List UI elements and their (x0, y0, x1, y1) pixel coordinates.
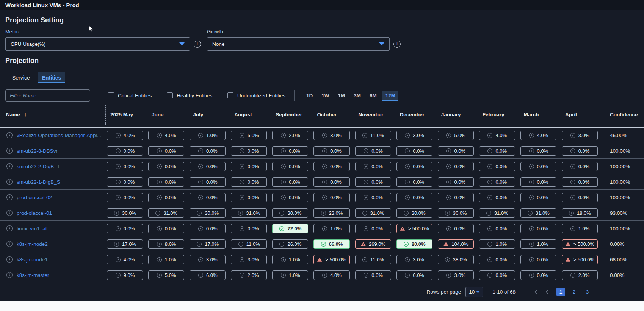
bolt-circle-icon (239, 179, 245, 185)
warning-triangle-icon (400, 226, 405, 231)
bolt-circle-icon (198, 195, 204, 200)
metric-cell: 4.0% (478, 131, 519, 140)
metric-pill: 4.0% (520, 131, 556, 140)
main-panel: Workload Linux VMs - Prod Projection Set… (0, 0, 644, 301)
bolt-circle-icon (115, 179, 121, 185)
metric-pill: 0.0% (148, 193, 184, 202)
metric-cell: 0.0% (312, 193, 353, 202)
metric-cell: 31.0% (478, 208, 519, 218)
entity-name-link[interactable]: sm-ub22-1-DigB_S (17, 179, 60, 185)
metric-pill: 3.0% (313, 131, 349, 140)
metric-value: 30.0% (205, 210, 219, 216)
checkbox-healthy-entities[interactable]: Healthy Entities (167, 92, 212, 98)
column-header-month: February (478, 102, 519, 127)
range-button-12m[interactable]: 12M (382, 91, 398, 101)
metric-pill: 0.0% (562, 193, 598, 202)
bolt-circle-icon (114, 210, 119, 216)
range-button-1m[interactable]: 1M (335, 91, 348, 101)
bolt-circle-icon (529, 226, 534, 231)
metric-cell: 0.0% (105, 146, 147, 156)
metric-select[interactable]: CPU Usage(%) (5, 37, 190, 51)
metric-info-icon[interactable]: i (194, 41, 201, 48)
metric-cell: 1.0% (312, 224, 353, 233)
metric-pill: 0.0% (396, 270, 432, 280)
metric-value: 1.0% (206, 133, 218, 138)
checkbox-critical-entities[interactable]: Critical Entities (108, 92, 152, 98)
entity-name-link[interactable]: k8s-jm-master (17, 272, 49, 278)
metric-pill: 0.0% (107, 177, 143, 187)
entity-name-link[interactable]: vRealize-Operations-Manager-Appl... (17, 133, 101, 138)
metric-value: 0.0% (495, 195, 507, 200)
growth-info-icon[interactable]: i (393, 41, 401, 48)
checkbox-underutilized-entities[interactable]: Underutilized Entities (227, 92, 285, 98)
metric-value: 30.0% (122, 210, 136, 216)
growth-select[interactable]: None (207, 37, 390, 51)
metric-cell: 0.0% (395, 162, 436, 171)
metric-value: 2.0% (578, 272, 590, 278)
metric-value: 0.0% (495, 272, 507, 278)
page-button-3[interactable]: 3 (583, 289, 592, 295)
metric-cell: 17.0% (188, 239, 229, 249)
metric-value: 0.0% (413, 272, 424, 278)
metric-cell: 0.0% (271, 177, 312, 187)
range-button-6m[interactable]: 6M (367, 91, 380, 101)
metric-pill: 0.0% (355, 270, 391, 280)
metric-value: 0.0% (578, 195, 590, 200)
entity-name-link[interactable]: sm-ub22-8-DBSvr (17, 148, 58, 154)
metric-value: > 500.0% (408, 226, 429, 231)
metric-value: 18.0% (577, 210, 591, 216)
metric-pill: 0.0% (355, 193, 391, 202)
rows-per-page-select[interactable]: 10 (465, 287, 483, 297)
metric-pill: 1.0% (148, 255, 184, 264)
bolt-circle-icon (198, 148, 204, 154)
column-header-name[interactable]: Name ↓ (0, 111, 105, 118)
entity-name-link[interactable]: k8s-jm-node2 (17, 241, 48, 247)
sort-descending-icon[interactable]: ↓ (24, 111, 27, 118)
metric-pill: 1.0% (479, 239, 515, 249)
metric-cell: 0.0% (560, 193, 602, 202)
entity-name-link[interactable]: k8s-jm-node1 (17, 257, 48, 263)
divider (294, 90, 295, 101)
metric-cell: 0.0% (312, 162, 353, 171)
metric-pill: 0.0% (313, 162, 349, 171)
previous-page-button[interactable] (544, 289, 550, 295)
tab-entities[interactable]: Entities (38, 72, 65, 83)
page-button-2[interactable]: 2 (570, 289, 578, 295)
warning-triangle-icon (360, 241, 366, 247)
metric-pill: 11.0% (355, 255, 391, 264)
bolt-circle-icon (196, 241, 202, 247)
bolt-circle-icon (363, 148, 369, 154)
metric-cell: 0.0% (436, 177, 478, 187)
bolt-circle-icon (157, 133, 162, 138)
metric-pill: 0.0% (190, 162, 226, 171)
metric-value: 0.0% (371, 195, 383, 200)
filter-name-input[interactable] (5, 89, 90, 102)
tab-service[interactable]: Service (8, 72, 34, 83)
entity-name-link[interactable]: sm-ub22-2-DigB_T (17, 164, 60, 169)
metric-cell: 0.0% (188, 162, 229, 171)
range-button-3m[interactable]: 3M (351, 91, 364, 101)
entity-name-link[interactable]: prod-oiaccel-01 (17, 210, 52, 216)
metric-cell: 0.0% (478, 270, 519, 280)
range-button-1d[interactable]: 1D (303, 91, 316, 101)
range-button-1w[interactable]: 1W (318, 91, 332, 101)
page-button-1[interactable]: 1 (556, 288, 565, 296)
first-page-button[interactable] (532, 289, 539, 295)
vm-entity-icon (6, 194, 13, 201)
entity-name-link[interactable]: linux_vm1_at (17, 226, 47, 231)
metric-value: 80.0% (412, 241, 426, 247)
metric-cell: 0.0% (188, 146, 229, 156)
metric-pill: 4.0% (148, 131, 184, 140)
metric-value: 0.0% (124, 179, 135, 185)
metric-value: 11.0% (246, 241, 260, 247)
metric-cell: 3.0% (395, 131, 436, 140)
page-background (0, 301, 644, 311)
metric-value: 0.0% (289, 179, 300, 185)
metric-pill: 66.0% (313, 239, 349, 249)
divider (99, 90, 99, 101)
check-circle-icon (403, 241, 409, 247)
metric-cell: 6.0% (188, 270, 229, 280)
metric-value: 23.0% (329, 210, 343, 216)
entity-name-link[interactable]: prod-oiaccel-02 (17, 195, 52, 200)
metric-pill: 4.0% (313, 270, 349, 280)
